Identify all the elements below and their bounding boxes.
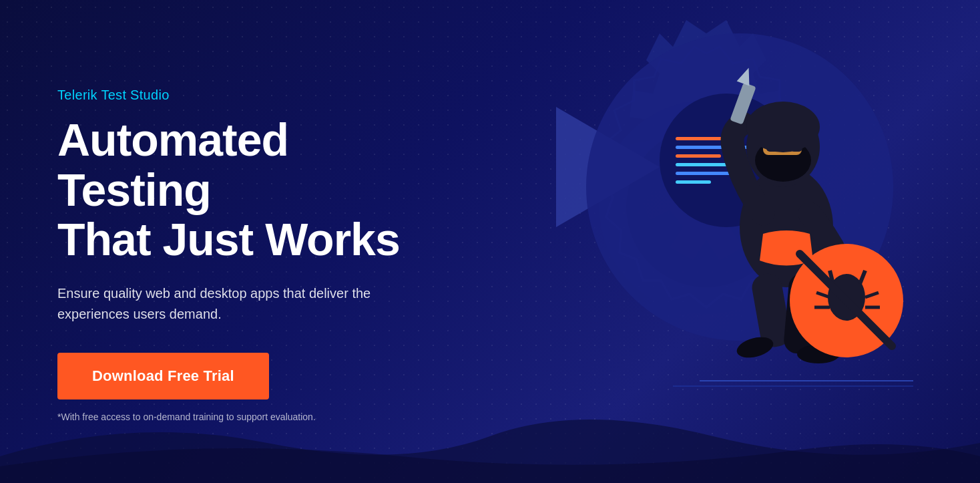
- illustration-area: [406, 0, 980, 483]
- hero-title: Automated Testing That Just Works: [57, 115, 414, 265]
- hero-description: Ensure quality web and desktop apps that…: [57, 283, 405, 325]
- download-trial-button[interactable]: Download Free Trial: [57, 353, 269, 399]
- hero-title-line2: That Just Works: [57, 214, 400, 265]
- svg-point-13: [746, 102, 820, 152]
- ninja-illustration: [633, 20, 913, 434]
- cta-note: *With free access to on-demand training …: [57, 412, 414, 422]
- svg-marker-15: [737, 65, 755, 86]
- hero-section: Telerik Test Studio Automated Testing Th…: [0, 0, 980, 483]
- hero-title-line1: Automated Testing: [57, 114, 288, 215]
- brand-label: Telerik Test Studio: [57, 88, 414, 103]
- content-left: Telerik Test Studio Automated Testing Th…: [0, 61, 414, 422]
